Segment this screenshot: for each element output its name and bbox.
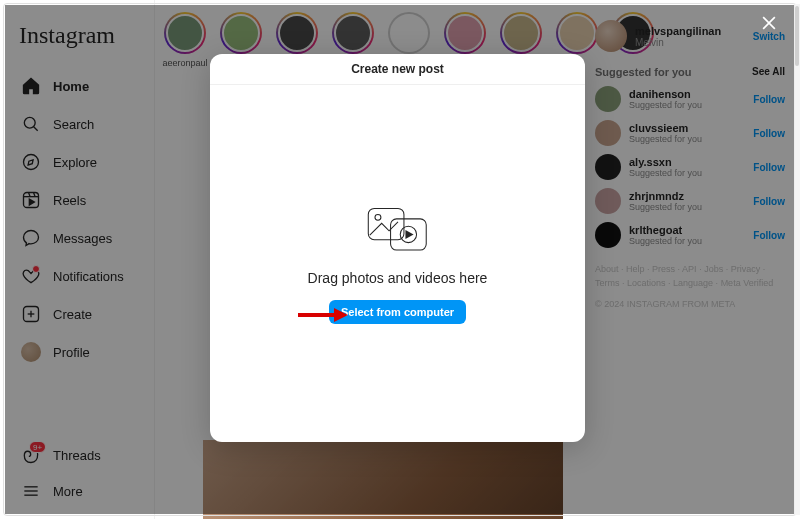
media-icon [362, 204, 434, 256]
modal-title: Create new post [210, 54, 585, 85]
modal-body[interactable]: Drag photos and videos here Select from … [210, 85, 585, 442]
select-from-computer-button[interactable]: Select from computer [329, 300, 466, 324]
vertical-scrollbar[interactable] [794, 4, 800, 515]
close-icon[interactable] [758, 12, 780, 34]
svg-point-18 [374, 214, 380, 220]
drag-prompt-text: Drag photos and videos here [308, 270, 488, 286]
svg-marker-21 [405, 230, 413, 239]
scrollbar-thumb[interactable] [795, 6, 799, 66]
create-post-modal: Create new post Drag photos and videos h… [210, 54, 585, 442]
svg-rect-17 [368, 208, 404, 239]
